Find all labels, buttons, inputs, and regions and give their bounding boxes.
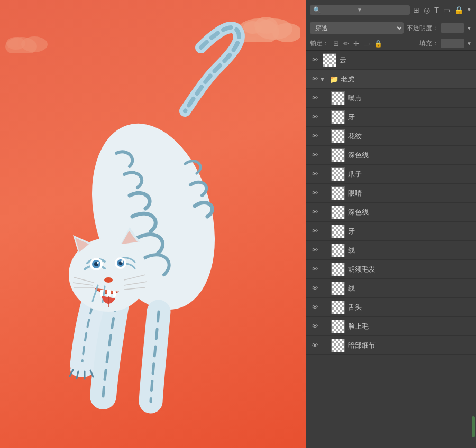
layer-item[interactable]: 👁 眼睛 <box>306 184 476 203</box>
scroll-indicator <box>472 416 475 437</box>
lock-row: 锁定： ⊞ ✏ ✛ ▭ 🔒 填充： 100% ▼ <box>306 36 476 51</box>
lock-brush-icon[interactable]: ✏ <box>343 40 349 48</box>
opacity-label: 不透明度： <box>407 24 438 33</box>
opacity-arrow[interactable]: ▼ <box>466 25 472 31</box>
layer-item[interactable]: 👁 牙 <box>306 108 476 127</box>
layer-thumbnail <box>331 244 345 257</box>
layer-item[interactable]: 👁 舌头 <box>306 298 476 317</box>
search-box[interactable]: 🔍 类型 ▼ <box>310 5 410 15</box>
search-input[interactable]: 类型 <box>323 6 355 14</box>
dropdown-icon[interactable]: ▼ <box>357 7 362 13</box>
layer-name: 脸上毛 <box>348 322 472 331</box>
visibility-icon[interactable]: 👁 <box>310 265 319 274</box>
layer-item[interactable]: 👁 牙 <box>306 222 476 241</box>
visibility-icon[interactable]: 👁 <box>310 189 319 198</box>
layer-name: 花纹 <box>348 132 472 141</box>
layer-item[interactable]: 👁 爪子 <box>306 165 476 184</box>
lock-artboard-icon[interactable]: ▭ <box>363 40 370 48</box>
layer-item[interactable]: 👁 暗部细节 <box>306 336 476 355</box>
visibility-icon[interactable]: 👁 <box>310 170 319 179</box>
shape-filter-icon[interactable]: ▭ <box>442 5 451 15</box>
svg-rect-22 <box>113 291 116 297</box>
folder-icon: 📁 <box>329 75 338 83</box>
visibility-icon[interactable]: 👁 <box>310 55 319 65</box>
lock-position-icon[interactable]: ✛ <box>353 40 359 48</box>
layer-item[interactable]: 👁 云 <box>306 51 476 70</box>
layer-item[interactable]: 👁 深色线 <box>306 203 476 222</box>
layer-thumbnail <box>331 91 345 105</box>
visibility-icon[interactable]: 👁 <box>310 208 319 217</box>
layer-thumbnail <box>331 301 345 314</box>
layer-item[interactable]: 👁 深色线 <box>306 146 476 165</box>
layer-name: 暗部细节 <box>348 341 472 350</box>
visibility-icon[interactable]: 👁 <box>310 284 319 293</box>
visibility-icon[interactable]: 👁 <box>310 132 319 141</box>
svg-point-14 <box>97 262 99 264</box>
layer-name: 胡须毛发 <box>348 265 472 274</box>
lock-label: 锁定： <box>310 39 329 48</box>
panel-toolbar: 🔍 类型 ▼ ⊞ ◎ T ▭ 🔒 • <box>306 0 476 20</box>
layer-thumbnail <box>331 129 345 143</box>
lock-all-icon[interactable]: 🔒 <box>374 40 382 48</box>
layer-thumbnail <box>331 282 345 295</box>
lock-filter-icon[interactable]: 🔒 <box>453 5 464 15</box>
layer-name: 云 <box>340 55 472 65</box>
image-filter-icon[interactable]: ⊞ <box>412 5 420 15</box>
layer-item[interactable]: 👁 线 <box>306 279 476 298</box>
svg-point-18 <box>121 260 123 263</box>
layer-thumbnail <box>331 167 345 181</box>
visibility-icon[interactable]: 👁 <box>310 113 319 122</box>
layer-thumbnail <box>331 263 345 276</box>
search-icon: 🔍 <box>313 6 321 14</box>
svg-point-19 <box>104 277 113 283</box>
layer-name: 线 <box>348 246 472 255</box>
visibility-icon[interactable]: 👁 <box>310 246 319 255</box>
fill-arrow[interactable]: ▼ <box>466 41 472 46</box>
layer-name: 线 <box>348 284 472 293</box>
tiger-illustration <box>32 16 280 433</box>
layer-item[interactable]: 👁 曝点 <box>306 89 476 108</box>
visibility-icon[interactable]: 👁 <box>310 74 319 84</box>
lock-icons: ⊞ ✏ ✛ ▭ 🔒 <box>333 40 415 48</box>
fill-input[interactable]: 100% <box>441 39 464 48</box>
layer-name: 牙 <box>348 227 472 236</box>
fill-row: 填充： 100% ▼ <box>419 39 472 48</box>
visibility-icon[interactable]: 👁 <box>310 341 319 350</box>
chevron-down-icon[interactable]: ▼ <box>319 76 325 82</box>
layer-thumbnail <box>331 225 345 238</box>
text-filter-icon[interactable]: T <box>433 5 440 15</box>
svg-rect-21 <box>107 290 111 296</box>
layers-panel: 🔍 类型 ▼ ⊞ ◎ T ▭ 🔒 • 穿透 不透明度： 100% ▼ 锁定： ⊞… <box>306 0 476 448</box>
blend-mode-select[interactable]: 穿透 <box>310 22 404 34</box>
layer-item[interactable]: 👁 胡须毛发 <box>306 260 476 279</box>
layer-item[interactable]: 👁 线 <box>306 241 476 260</box>
layer-name: 爪子 <box>348 170 472 179</box>
visibility-icon[interactable]: 👁 <box>310 322 319 331</box>
lock-checkerboard-icon[interactable]: ⊞ <box>333 40 339 48</box>
layer-name: 曝点 <box>348 94 472 103</box>
layer-group-item[interactable]: 👁 ▼ 📁 老虎 <box>306 70 476 89</box>
visibility-icon[interactable]: 👁 <box>310 151 319 160</box>
layer-item[interactable]: 👁 花纹 <box>306 127 476 146</box>
fill-label: 填充： <box>419 39 438 48</box>
visibility-icon[interactable]: 👁 <box>310 303 319 312</box>
layer-name: 深色线 <box>348 151 472 160</box>
layer-name: 深色线 <box>348 208 472 217</box>
layer-thumbnail <box>331 320 345 333</box>
layer-thumbnail <box>331 110 345 124</box>
layer-thumbnail <box>331 339 345 352</box>
canvas-area <box>0 0 306 448</box>
circle-filter-icon[interactable]: ◎ <box>423 5 431 15</box>
layer-thumbnail <box>331 148 345 162</box>
layer-name: 舌头 <box>348 303 472 312</box>
layer-name: 牙 <box>348 113 472 122</box>
layer-thumbnail <box>331 186 345 200</box>
layer-thumbnail <box>323 53 336 67</box>
layer-item[interactable]: 👁 脸上毛 <box>306 317 476 336</box>
visibility-icon[interactable]: 👁 <box>310 227 319 236</box>
layers-list[interactable]: 👁 云 👁 ▼ 📁 老虎 👁 曝点 👁 牙 👁 花 <box>306 51 476 448</box>
opacity-input[interactable]: 100% <box>441 23 464 33</box>
dot-icon[interactable]: • <box>466 3 472 16</box>
layer-thumbnail <box>331 206 345 219</box>
visibility-icon[interactable]: 👁 <box>310 94 319 103</box>
